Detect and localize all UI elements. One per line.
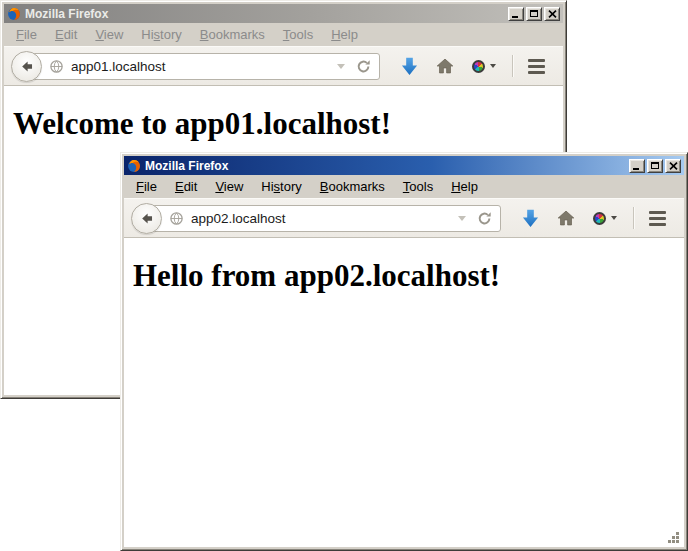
maximize-button[interactable] bbox=[526, 7, 542, 21]
menu-hamburger-button[interactable] bbox=[641, 211, 674, 226]
page-heading: Hello from app02.localhost! bbox=[133, 258, 675, 294]
chevron-down-icon bbox=[490, 64, 496, 68]
url-input[interactable] bbox=[71, 59, 333, 74]
home-icon bbox=[436, 58, 454, 74]
firefox-logo-icon bbox=[127, 159, 141, 173]
menu-edit[interactable]: Edit bbox=[46, 24, 86, 45]
back-arrow-icon bbox=[19, 59, 34, 74]
home-button[interactable] bbox=[427, 51, 463, 81]
maximize-icon bbox=[530, 10, 538, 17]
page-content: Hello from app02.localhost! bbox=[124, 238, 684, 547]
close-button[interactable] bbox=[544, 7, 560, 21]
menu-history[interactable]: History bbox=[132, 24, 190, 45]
url-bar bbox=[146, 205, 501, 232]
download-button[interactable] bbox=[392, 51, 427, 81]
menu-history[interactable]: History bbox=[252, 176, 310, 197]
reload-icon bbox=[477, 211, 492, 226]
minimize-button[interactable] bbox=[629, 159, 645, 173]
titlebar[interactable]: Mozilla Firefox bbox=[4, 4, 563, 23]
back-arrow-icon bbox=[139, 211, 154, 226]
toolbar-separator bbox=[633, 207, 634, 229]
close-button[interactable] bbox=[665, 159, 681, 173]
menu-view[interactable]: View bbox=[86, 24, 132, 45]
menu-hamburger-button[interactable] bbox=[520, 59, 553, 74]
download-button[interactable] bbox=[513, 203, 548, 233]
site-identity-globe-icon bbox=[169, 211, 184, 226]
titlebar[interactable]: Mozilla Firefox bbox=[124, 156, 684, 175]
download-icon bbox=[522, 209, 539, 228]
menu-file[interactable]: File bbox=[127, 176, 166, 197]
toolbar-separator bbox=[512, 55, 513, 77]
color-wheel-icon bbox=[472, 60, 485, 73]
url-input[interactable] bbox=[191, 211, 454, 226]
url-bar bbox=[26, 53, 380, 80]
page-heading: Welcome to app01.localhost! bbox=[13, 106, 554, 142]
window-controls bbox=[629, 159, 681, 173]
menu-view[interactable]: View bbox=[206, 176, 252, 197]
menu-file[interactable]: File bbox=[7, 24, 46, 45]
url-history-dropdown-icon[interactable] bbox=[337, 64, 345, 69]
minimize-icon bbox=[633, 168, 639, 170]
maximize-icon bbox=[651, 162, 659, 169]
download-icon bbox=[401, 57, 418, 76]
menu-bookmarks[interactable]: Bookmarks bbox=[191, 24, 274, 45]
window-controls bbox=[508, 7, 560, 21]
reload-button[interactable] bbox=[474, 211, 495, 226]
minimize-icon bbox=[512, 16, 518, 18]
color-wheel-icon bbox=[593, 212, 606, 225]
menu-tools[interactable]: Tools bbox=[394, 176, 442, 197]
menu-help[interactable]: Help bbox=[442, 176, 487, 197]
home-icon bbox=[557, 210, 575, 226]
window-title: Mozilla Firefox bbox=[25, 7, 504, 21]
menu-help[interactable]: Help bbox=[322, 24, 367, 45]
window-app02: Mozilla Firefox File Edit View History B… bbox=[120, 152, 688, 551]
menu-tools[interactable]: Tools bbox=[274, 24, 322, 45]
navigation-toolbar bbox=[124, 198, 684, 238]
back-button[interactable] bbox=[131, 203, 162, 234]
menu-edit[interactable]: Edit bbox=[166, 176, 206, 197]
navigation-toolbar bbox=[4, 46, 563, 86]
url-history-dropdown-icon[interactable] bbox=[458, 216, 466, 221]
color-wheel-extension-button[interactable] bbox=[463, 51, 505, 81]
close-icon bbox=[548, 10, 557, 18]
window-title: Mozilla Firefox bbox=[145, 159, 625, 173]
menu-bookmarks[interactable]: Bookmarks bbox=[311, 176, 394, 197]
maximize-button[interactable] bbox=[647, 159, 663, 173]
back-button[interactable] bbox=[11, 51, 42, 82]
resize-grip[interactable] bbox=[668, 531, 682, 545]
menubar: File Edit View History Bookmarks Tools H… bbox=[124, 175, 684, 198]
reload-icon bbox=[356, 59, 371, 74]
chevron-down-icon bbox=[611, 216, 617, 220]
menubar: File Edit View History Bookmarks Tools H… bbox=[4, 23, 563, 46]
color-wheel-extension-button[interactable] bbox=[584, 203, 626, 233]
close-icon bbox=[669, 162, 678, 170]
home-button[interactable] bbox=[548, 203, 584, 233]
firefox-logo-icon bbox=[7, 7, 21, 21]
minimize-button[interactable] bbox=[508, 7, 524, 21]
site-identity-globe-icon bbox=[49, 59, 64, 74]
reload-button[interactable] bbox=[353, 59, 374, 74]
